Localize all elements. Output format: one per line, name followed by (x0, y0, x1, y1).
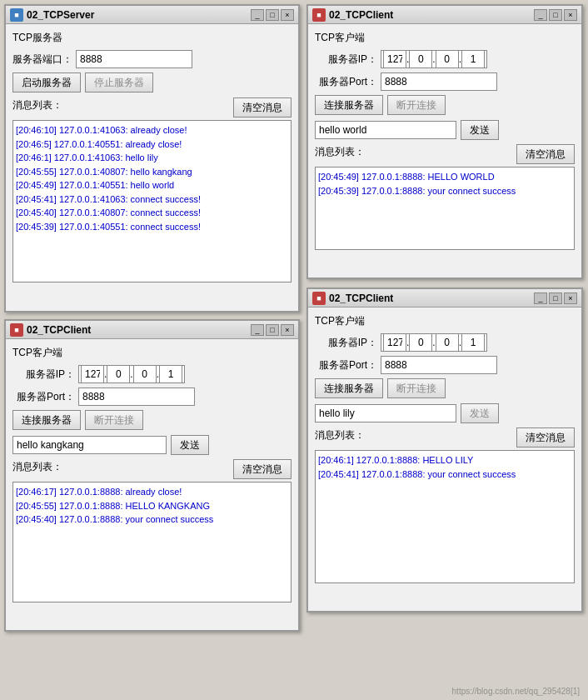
client3-ip-seg3[interactable] (436, 333, 459, 352)
client3-ip-seg2[interactable] (409, 333, 432, 352)
server-title: 02_TCPServer (27, 9, 251, 21)
client1-msg-1: [20:45:39] 127.0.0.1:8888: your connect … (318, 184, 571, 198)
client2-send-btn[interactable]: 发送 (171, 435, 209, 455)
client1-port-label: 服务器Port： (315, 75, 377, 89)
client2-window: ■ 02_TCPClient _ □ × TCP客户端 服务器IP： . . .… (4, 319, 300, 632)
client1-window: ■ 02_TCPClient _ □ × TCP客户端 服务器IP： . . .… (306, 4, 583, 279)
client1-clear-btn[interactable]: 清空消息 (516, 144, 575, 164)
client2-msg-header: 消息列表： 清空消息 (12, 459, 292, 479)
client1-port-input[interactable] (381, 72, 497, 91)
client2-clear-btn[interactable]: 清空消息 (233, 459, 292, 479)
client2-ip-seg2[interactable] (107, 365, 130, 383)
client2-disconnect-btn[interactable]: 断开连接 (85, 410, 143, 430)
client1-ip-seg2[interactable] (409, 50, 432, 68)
client2-section-title: TCP客户端 (12, 346, 292, 360)
client2-ip-seg3[interactable] (133, 365, 157, 383)
client1-send-input[interactable] (315, 121, 456, 139)
server-title-bar: ■ 02_TCPServer _ □ × (6, 6, 298, 24)
client1-port-row: 服务器Port： (315, 72, 575, 91)
client3-send-input[interactable] (315, 404, 456, 422)
client3-ip-seg4[interactable] (461, 333, 485, 352)
client3-icon: ■ (312, 292, 326, 305)
server-maximize-btn[interactable]: □ (266, 9, 279, 21)
client3-port-row: 服务器Port： (315, 356, 575, 374)
client2-msg-list: [20:46:17] 127.0.0.1:8888: already close… (12, 482, 292, 602)
client3-send-row: 发送 (315, 403, 575, 423)
client1-msg-list: [20:45:49] 127.0.0.1:8888: HELLO WORLD [… (315, 167, 575, 250)
client3-maximize-btn[interactable]: □ (549, 292, 562, 304)
client3-msg-1: [20:45:41] 127.0.0.1:8888: your connect … (318, 468, 571, 482)
client3-clear-btn[interactable]: 清空消息 (516, 428, 575, 448)
client1-title-bar: ■ 02_TCPClient _ □ × (308, 6, 581, 24)
client1-content: TCP客户端 服务器IP： . . . 服务器Port： 连接服务器 断开连接 … (308, 24, 581, 257)
server-window: ■ 02_TCPServer _ □ × TCP服务器 服务器端口： 启动服务器… (4, 4, 300, 312)
client2-send-input[interactable] (12, 436, 167, 454)
server-msg-0: [20:46:10] 127.0.0.1:41063: already clos… (16, 123, 288, 138)
client2-connect-btn[interactable]: 连接服务器 (12, 410, 81, 430)
client3-content: TCP客户端 服务器IP： . . . 服务器Port： 连接服务器 断开连接 … (308, 308, 581, 590)
client2-title-bar: ■ 02_TCPClient _ □ × (6, 321, 298, 339)
client2-port-input[interactable] (78, 388, 195, 406)
client1-section-title: TCP客户端 (315, 31, 575, 45)
client1-msg-label: 消息列表： (315, 145, 365, 159)
client1-close-btn[interactable]: × (564, 9, 577, 21)
server-stop-btn[interactable]: 停止服务器 (85, 72, 153, 92)
client2-ip-label: 服务器IP： (12, 368, 75, 382)
client2-msg-2: [20:45:40] 127.0.0.1:8888: your connect … (16, 512, 288, 527)
client3-port-input[interactable] (381, 356, 497, 374)
client2-ip-seg1[interactable] (81, 365, 104, 383)
client3-btn-row: 连接服务器 断开连接 (315, 378, 575, 398)
client2-content: TCP客户端 服务器IP： . . . 服务器Port： 连接服务器 断开连接 … (6, 339, 298, 609)
server-minimize-btn[interactable]: _ (251, 9, 264, 21)
client2-msg-label: 消息列表： (12, 460, 62, 474)
client1-ip-label: 服务器IP： (315, 52, 377, 67)
server-msg-2: [20:46:1] 127.0.0.1:41063: hello lily (16, 151, 288, 165)
server-msg-5: [20:45:41] 127.0.0.1:41063: connect succ… (16, 192, 288, 207)
client1-ip-seg3[interactable] (436, 50, 459, 68)
client3-title: 02_TCPClient (329, 292, 534, 304)
client3-send-btn[interactable]: 发送 (461, 403, 499, 423)
client1-maximize-btn[interactable]: □ (549, 9, 562, 21)
client2-title: 02_TCPClient (27, 324, 251, 336)
client1-ip-seg1[interactable] (383, 50, 406, 68)
client3-title-buttons: _ □ × (534, 292, 577, 304)
client2-close-btn[interactable]: × (281, 324, 294, 336)
server-title-buttons: _ □ × (251, 9, 294, 21)
client1-title-buttons: _ □ × (534, 9, 577, 21)
client3-close-btn[interactable]: × (564, 292, 577, 304)
client2-ip-seg4[interactable] (159, 365, 182, 383)
client3-ip-seg1[interactable] (383, 333, 406, 352)
client1-disconnect-btn[interactable]: 断开连接 (387, 95, 446, 115)
client3-minimize-btn[interactable]: _ (534, 292, 547, 304)
server-icon: ■ (10, 8, 23, 22)
server-start-btn[interactable]: 启动服务器 (12, 72, 81, 92)
server-btn-row: 启动服务器 停止服务器 (12, 72, 292, 92)
server-msg-list: [20:46:10] 127.0.0.1:41063: already clos… (12, 120, 292, 282)
client2-msg-1: [20:45:55] 127.0.0.1:8888: HELLO KANGKAN… (16, 499, 288, 513)
client1-minimize-btn[interactable]: _ (534, 9, 547, 21)
client3-connect-btn[interactable]: 连接服务器 (315, 378, 383, 398)
client1-ip-seg4[interactable] (461, 50, 485, 68)
server-section-title: TCP服务器 (12, 31, 292, 45)
client2-maximize-btn[interactable]: □ (266, 324, 279, 336)
client1-send-btn[interactable]: 发送 (461, 120, 499, 140)
client1-title: 02_TCPClient (329, 9, 534, 21)
client1-btn-row: 连接服务器 断开连接 (315, 95, 575, 115)
client2-btn-row: 连接服务器 断开连接 (12, 410, 292, 430)
client2-port-label: 服务器Port： (12, 390, 75, 404)
server-msg-label: 消息列表： (12, 98, 62, 112)
server-msg-6: [20:45:40] 127.0.0.1:40807: connect succ… (16, 206, 288, 220)
watermark: https://blog.csdn.net/qq_295428[1] (452, 687, 580, 696)
client3-disconnect-btn[interactable]: 断开连接 (387, 378, 446, 398)
client3-ip-row: 服务器IP： . . . (315, 333, 575, 352)
server-port-row: 服务器端口： (12, 50, 292, 68)
client1-icon: ■ (312, 8, 326, 22)
client3-msg-list: [20:46:1] 127.0.0.1:8888: HELLO LILY [20… (315, 450, 575, 583)
client1-connect-btn[interactable]: 连接服务器 (315, 95, 383, 115)
client2-minimize-btn[interactable]: _ (251, 324, 264, 336)
server-clear-btn[interactable]: 清空消息 (233, 98, 292, 118)
server-close-btn[interactable]: × (281, 9, 294, 21)
client1-ip-row: 服务器IP： . . . (315, 50, 575, 68)
server-port-input[interactable] (76, 50, 192, 68)
client3-msg-header: 消息列表： 清空消息 (315, 428, 575, 448)
